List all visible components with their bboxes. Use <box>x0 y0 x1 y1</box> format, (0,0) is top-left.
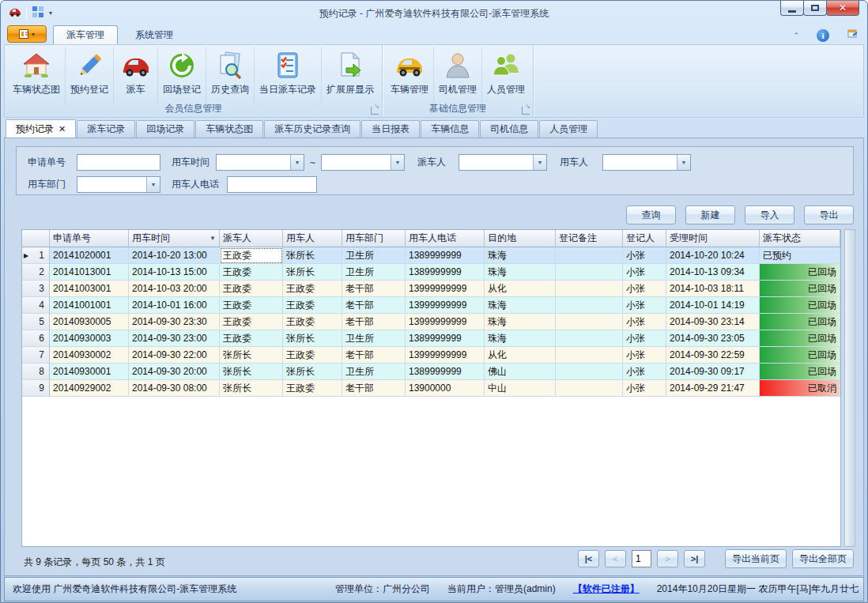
column-header[interactable]: 用车人 <box>283 230 342 247</box>
export-current-page-button[interactable]: 导出当前页 <box>725 549 787 568</box>
minimize-button[interactable] <box>780 1 804 16</box>
table-cell[interactable] <box>556 347 623 364</box>
chevron-down-icon[interactable]: ▼ <box>677 155 690 170</box>
doc-tab[interactable]: 司机信息 <box>480 120 538 138</box>
table-cell[interactable]: 2014-09-30 23:05 <box>666 330 760 347</box>
table-cell[interactable]: 2014-10-03 20:00 <box>129 281 220 297</box>
table-cell[interactable]: 卫生所 <box>342 247 406 264</box>
row-header[interactable]: 6 <box>22 330 50 347</box>
column-header[interactable]: 申请单号 <box>50 230 129 247</box>
column-header[interactable]: 目的地 <box>485 230 556 247</box>
ribbon-button-driver[interactable]: 司机管理 <box>434 47 482 104</box>
table-cell[interactable]: 中山 <box>485 380 556 397</box>
table-cell[interactable]: 20141013001 <box>50 264 129 281</box>
table-cell[interactable]: 王政委 <box>220 264 283 281</box>
table-cell[interactable]: 小张 <box>623 314 666 330</box>
table-cell[interactable]: 13999999999 <box>406 314 485 330</box>
table-cell[interactable]: 2014-09-30 22:59 <box>666 347 760 364</box>
table-cell[interactable]: 王政委 <box>283 314 342 330</box>
chevron-down-icon[interactable]: ▼ <box>533 155 546 170</box>
table-cell[interactable]: 2014-09-30 22:00 <box>129 347 220 364</box>
app-menu-button[interactable]: ▾ <box>7 25 47 43</box>
table-cell[interactable]: 小张 <box>623 247 666 264</box>
row-header[interactable]: 9 <box>22 380 50 397</box>
column-header[interactable]: 受理时间 <box>666 230 760 247</box>
table-row[interactable]: 9201409290022014-09-30 08:00张所长王政委老干部139… <box>22 380 840 397</box>
switch-window-icon[interactable] <box>847 28 859 43</box>
ribbon-button-red-car[interactable]: 派车 <box>114 47 158 104</box>
column-header[interactable]: 登记人 <box>623 230 666 247</box>
table-row[interactable]: 4201410010012014-10-01 16:00王政委王政委老干部139… <box>22 297 840 314</box>
column-header[interactable]: 派车人 <box>220 230 283 247</box>
ribbon-button-page-arrow[interactable]: 扩展屏显示 <box>322 47 379 104</box>
table-cell[interactable]: 卫生所 <box>342 264 406 281</box>
application-no-input[interactable] <box>77 154 160 171</box>
table-cell[interactable]: 卫生所 <box>342 364 406 380</box>
table-cell[interactable]: 2014-10-03 18:11 <box>666 281 760 297</box>
doc-tab[interactable]: 人员管理 <box>539 120 598 138</box>
table-cell[interactable]: 小张 <box>623 281 666 297</box>
export-all-pages-button[interactable]: 导出全部页 <box>792 549 854 568</box>
column-header[interactable]: 派车状态 <box>760 230 840 247</box>
dialog-launcher-icon[interactable] <box>522 107 530 115</box>
ribbon-button-house[interactable]: 车辆状态图 <box>8 47 66 104</box>
use-time-to-dropdown[interactable]: ▼ <box>321 154 405 171</box>
row-header[interactable]: 2 <box>22 264 50 281</box>
doc-tab[interactable]: 派车历史记录查询 <box>264 120 360 138</box>
table-cell[interactable]: 2014-09-30 23:00 <box>129 330 220 347</box>
table-row[interactable]: 7201409300022014-09-30 22:00张所长王政委老干部139… <box>22 347 840 364</box>
table-row[interactable]: 2201410130012014-10-13 15:00王政委张所长卫生所138… <box>22 264 840 281</box>
status-cell[interactable]: 已回场 <box>760 314 840 330</box>
maximize-button[interactable] <box>803 1 827 16</box>
prev-page-button[interactable]: < <box>605 550 626 567</box>
table-cell[interactable]: 王政委 <box>220 314 283 330</box>
license-link[interactable]: 【软件已注册】 <box>573 582 640 596</box>
table-cell[interactable]: 20140929002 <box>50 380 129 397</box>
table-cell[interactable]: 2014-09-30 20:00 <box>129 364 220 380</box>
table-cell[interactable] <box>556 380 623 397</box>
table-cell[interactable]: 小张 <box>623 297 666 314</box>
vertical-scrollbar[interactable] <box>844 229 855 547</box>
row-header[interactable]: 1▶ <box>22 247 50 264</box>
doc-tab[interactable]: 派车记录 <box>77 120 135 138</box>
table-cell[interactable]: 王政委 <box>220 247 283 264</box>
table-cell[interactable]: 小张 <box>623 364 666 380</box>
import-button[interactable]: 导入 <box>745 205 794 224</box>
table-cell[interactable]: 小张 <box>623 264 666 281</box>
table-cell[interactable]: 20141020001 <box>50 247 129 264</box>
table-row[interactable]: 1▶201410200012014-10-20 13:00王政委张所长卫生所13… <box>22 247 840 264</box>
table-cell[interactable]: 2014-09-30 09:17 <box>666 364 760 380</box>
next-page-button[interactable]: > <box>657 550 678 567</box>
table-cell[interactable]: 小张 <box>623 347 666 364</box>
table-cell[interactable]: 13900000 <box>406 380 485 397</box>
doc-tab[interactable]: 当日报表 <box>361 120 420 138</box>
table-cell[interactable]: 2014-09-30 23:30 <box>129 314 220 330</box>
status-cell[interactable]: 已回场 <box>760 347 840 364</box>
ribbon-button-search-docs[interactable]: 历史查询 <box>206 47 255 104</box>
table-cell[interactable]: 20140930001 <box>50 364 129 380</box>
query-button[interactable]: 查询 <box>626 205 676 224</box>
status-cell[interactable]: 已回场 <box>760 264 840 281</box>
table-cell[interactable]: 2014-10-01 14:19 <box>666 297 760 314</box>
ribbon-tab-dispatch[interactable]: 派车管理 <box>53 25 118 44</box>
table-cell[interactable]: 2014-10-01 16:00 <box>129 297 220 314</box>
column-header[interactable]: 用车部门 <box>342 230 406 247</box>
ribbon-button-pencil[interactable]: 预约登记 <box>66 47 114 104</box>
doc-tab[interactable]: 预约记录✕ <box>6 119 76 138</box>
table-cell[interactable]: 小张 <box>623 330 666 347</box>
table-cell[interactable] <box>556 297 623 314</box>
table-cell[interactable]: 从化 <box>485 347 556 364</box>
export-button[interactable]: 导出 <box>804 205 854 224</box>
department-dropdown[interactable]: ▼ <box>77 176 160 193</box>
ribbon-button-yellow-car[interactable]: 车辆管理 <box>386 47 434 104</box>
ribbon-button-checklist[interactable]: 当日派车记录 <box>255 47 322 104</box>
page-input[interactable] <box>632 550 651 567</box>
table-cell[interactable]: 13999999999 <box>406 281 485 297</box>
new-button[interactable]: 新建 <box>685 205 735 224</box>
table-row[interactable]: 8201409300012014-09-30 20:00张所长张所长卫生所138… <box>22 364 840 380</box>
table-cell[interactable]: 2014-09-30 23:14 <box>666 314 760 330</box>
table-cell[interactable]: 张所长 <box>220 380 283 397</box>
table-cell[interactable]: 珠海 <box>485 314 556 330</box>
status-cell[interactable]: 已回场 <box>760 297 840 314</box>
table-cell[interactable]: 20140930003 <box>50 330 129 347</box>
